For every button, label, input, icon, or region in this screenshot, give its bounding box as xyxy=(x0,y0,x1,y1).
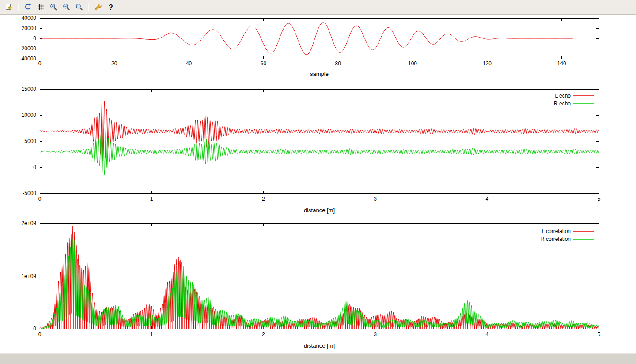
svg-text:?: ? xyxy=(109,4,113,11)
y-tick-label: 20000 xyxy=(22,25,37,31)
toolbar-button-replot[interactable] xyxy=(22,1,34,13)
replot-icon xyxy=(24,3,32,11)
toolbar-button-zoom-next[interactable] xyxy=(60,1,72,13)
zoom-next-icon xyxy=(62,3,70,11)
x-tick-label: 3 xyxy=(374,196,377,202)
toolbar-separator xyxy=(18,3,19,11)
zoom-previous-icon xyxy=(49,3,57,11)
y-tick-label: 0 xyxy=(33,35,36,41)
x-tick-label: 80 xyxy=(335,60,341,67)
toolbar-button-help[interactable]: ? xyxy=(105,1,117,13)
help-icon: ? xyxy=(107,3,115,11)
x-tick-label: 100 xyxy=(408,60,417,67)
x-tick-label: 0 xyxy=(38,196,42,202)
x-tick-label: 2 xyxy=(262,331,265,338)
x-tick-label: 1 xyxy=(150,331,153,338)
gnuplot-window: ? 020406080100120140-40000-2000002000040… xyxy=(0,0,636,364)
legend-label: R echo xyxy=(554,101,571,107)
chart-3-plot-area[interactable] xyxy=(40,223,599,329)
x-tick-label: 4 xyxy=(485,331,488,338)
y-tick-label: 10000 xyxy=(22,112,37,118)
x-tick-label: 5 xyxy=(598,331,601,338)
plots-svg: 020406080100120140-40000-200000200004000… xyxy=(0,15,636,353)
y-tick-label: 40000 xyxy=(22,15,37,21)
x-tick-label: 120 xyxy=(483,60,492,67)
toolbar: ? xyxy=(0,0,636,15)
x-tick-label: 1 xyxy=(150,196,153,202)
legend-label: L echo xyxy=(555,93,571,99)
series-r-echo xyxy=(40,129,599,175)
legend-label: R correlation xyxy=(541,236,571,242)
legend-label: L correlation xyxy=(541,228,571,234)
toolbar-button-zoom-previous[interactable] xyxy=(47,1,59,13)
x-tick-label: 60 xyxy=(261,60,267,67)
toolbar-button-grid[interactable] xyxy=(34,1,46,13)
y-tick-label: -40000 xyxy=(20,56,37,62)
config-wrench-icon xyxy=(94,3,102,11)
x-tick-label: 40 xyxy=(186,60,192,67)
series-r-correlation xyxy=(40,239,599,329)
x-tick-label: 0 xyxy=(38,60,42,67)
x-tick-label: 3 xyxy=(374,331,377,338)
chart-3: 01234501e+092e+09distance [m]L correlati… xyxy=(21,220,600,349)
x-tick-label: 140 xyxy=(557,60,566,67)
y-tick-label: -20000 xyxy=(20,45,37,52)
status-bar xyxy=(0,353,636,364)
y-tick-label: 0 xyxy=(33,164,36,170)
x-axis-label: sample xyxy=(310,71,329,77)
plot-canvas[interactable]: 020406080100120140-40000-200000200004000… xyxy=(0,15,636,353)
y-tick-label: 0 xyxy=(33,326,36,332)
x-tick-label: 2 xyxy=(262,196,265,202)
toolbar-button-config[interactable] xyxy=(92,1,104,13)
export-clipboard-icon xyxy=(5,3,13,11)
chart-2: 012345-5000050001000015000distance [m]L … xyxy=(22,86,601,214)
x-tick-label: 5 xyxy=(598,196,601,202)
y-tick-label: 5000 xyxy=(24,138,36,144)
x-axis-label: distance [m] xyxy=(304,342,335,349)
zoom-autoscale-icon xyxy=(75,3,83,11)
y-tick-label: 2e+09 xyxy=(21,220,36,226)
y-tick-label: 15000 xyxy=(22,86,37,92)
series-pulse xyxy=(40,23,573,55)
toolbar-button-zoom-autoscale[interactable] xyxy=(73,1,85,13)
x-tick-label: 0 xyxy=(38,331,42,338)
x-tick-label: 20 xyxy=(111,60,117,67)
toolbar-button-export[interactable] xyxy=(3,1,15,13)
y-tick-label: -5000 xyxy=(23,190,36,196)
x-axis-label: distance [m] xyxy=(304,207,335,214)
grid-toggle-icon xyxy=(37,3,45,11)
toolbar-separator xyxy=(88,3,89,11)
chart-2-plot-area[interactable] xyxy=(40,89,599,193)
x-tick-label: 4 xyxy=(485,196,488,202)
chart-1: 020406080100120140-40000-200000200004000… xyxy=(20,15,599,77)
series-l-correlation xyxy=(40,226,599,329)
y-tick-label: 1e+09 xyxy=(21,273,36,279)
